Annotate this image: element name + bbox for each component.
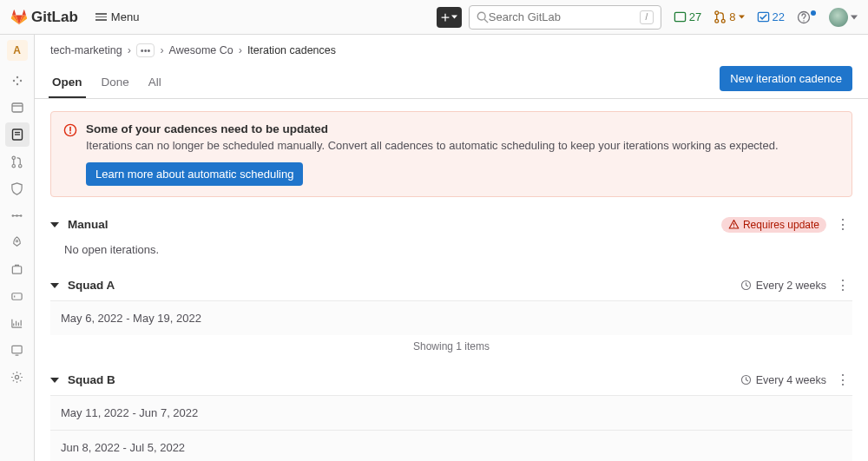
merge-request-icon [713, 10, 727, 23]
svg-rect-2 [674, 12, 685, 21]
issues-count: 27 [689, 10, 701, 23]
project-avatar[interactable]: A [7, 40, 28, 61]
package-icon [10, 263, 23, 276]
crumb-ellipsis[interactable]: ••• [136, 43, 155, 57]
repository-icon [10, 101, 24, 115]
svg-point-17 [12, 156, 15, 159]
nav-repository[interactable] [5, 95, 30, 120]
nav-wiki[interactable] [5, 338, 30, 362]
alert-cta-button[interactable]: Learn more about automatic scheduling [86, 162, 303, 186]
iteration-row[interactable]: May 6, 2022 - May 19, 2022 [50, 300, 852, 335]
svg-rect-12 [12, 103, 23, 112]
svg-point-29 [15, 375, 18, 379]
search-input[interactable] [489, 10, 640, 23]
nav-project-info[interactable] [5, 69, 30, 93]
new-dropdown[interactable] [437, 7, 462, 28]
gitlab-logo[interactable]: GitLab [10, 9, 78, 26]
warning-icon [63, 123, 77, 186]
search-icon [477, 11, 489, 23]
cadence-actions[interactable]: ⋮ [833, 277, 852, 293]
chevron-down-icon [50, 376, 61, 385]
issues-link[interactable]: 27 [668, 7, 707, 27]
menu-button[interactable]: Menu [90, 7, 145, 27]
server-icon [10, 290, 23, 303]
help-link[interactable] [792, 7, 824, 28]
gear-icon [10, 371, 23, 384]
nav-infrastructure[interactable] [5, 284, 30, 308]
svg-point-8 [12, 80, 14, 82]
nav-issues[interactable] [5, 122, 30, 147]
new-cadence-button[interactable]: New iteration cadence [720, 66, 852, 91]
iteration-row[interactable]: Jun 8, 2022 - Jul 5, 2022 [50, 430, 852, 461]
crumb-current: Iteration cadences [247, 44, 336, 56]
svg-rect-26 [12, 293, 22, 300]
svg-point-24 [16, 240, 17, 241]
alert-triangle-icon [728, 219, 740, 230]
todos-count: 22 [773, 10, 785, 23]
alert-body: Iterations can no longer be scheduled ma… [86, 139, 839, 152]
svg-point-19 [19, 164, 22, 167]
clock-icon [740, 374, 752, 385]
update-alert: Some of your cadences need to be updated… [50, 111, 852, 197]
chevron-down-icon [451, 14, 457, 20]
pipeline-icon [10, 209, 23, 222]
svg-point-4 [715, 19, 719, 23]
help-icon [797, 10, 811, 24]
svg-point-5 [722, 19, 726, 23]
tab-done[interactable]: Done [100, 67, 131, 97]
crumb-group[interactable]: Awesome Co [169, 44, 233, 56]
hamburger-icon [95, 13, 107, 21]
nav-analytics[interactable] [5, 311, 30, 335]
nav-settings[interactable] [5, 365, 30, 389]
cadence-header[interactable]: Squad A Every 2 weeks ⋮ [50, 270, 852, 300]
notification-dot [811, 10, 816, 16]
svg-rect-27 [12, 346, 22, 352]
chart-icon [10, 317, 23, 330]
requires-update-badge: Requires update [721, 217, 826, 233]
chevron-down-icon [50, 221, 61, 229]
svg-point-3 [715, 11, 719, 15]
mr-link[interactable]: 8 [708, 7, 749, 27]
iteration-row[interactable]: May 11, 2022 - Jun 7, 2022 [50, 395, 852, 430]
svg-point-34 [733, 227, 734, 227]
shield-icon [10, 182, 23, 195]
svg-point-11 [16, 83, 17, 85]
nav-merge-requests[interactable] [5, 149, 30, 174]
chevron-down-icon [50, 281, 61, 290]
nav-security[interactable] [5, 176, 30, 201]
cadence-name: Squad B [68, 373, 115, 386]
cadence-name: Manual [68, 218, 108, 231]
svg-point-9 [16, 76, 17, 78]
left-rail: A [0, 35, 35, 461]
issues-icon [674, 10, 687, 23]
search-box[interactable]: / [469, 5, 661, 30]
showing-count: Showing 1 items [50, 335, 852, 365]
todos-icon [757, 10, 770, 23]
tab-open[interactable]: Open [50, 67, 84, 97]
issue-icon [10, 128, 24, 142]
nav-deployments[interactable] [5, 230, 30, 254]
crumb-root[interactable]: tech-marketing [50, 44, 122, 56]
search-shortcut: / [640, 10, 654, 24]
brand-text: GitLab [31, 9, 78, 26]
cadence-actions[interactable]: ⋮ [833, 216, 852, 233]
info-icon [10, 74, 24, 88]
todos-link[interactable]: 22 [752, 7, 790, 27]
svg-point-18 [12, 164, 15, 167]
cadence-header[interactable]: Manual Requires update ⋮ [50, 209, 852, 240]
tab-all[interactable]: All [147, 67, 163, 97]
cadence-header[interactable]: Squad B Every 4 weeks ⋮ [50, 365, 852, 395]
user-menu[interactable] [825, 8, 858, 27]
avatar [829, 8, 848, 27]
mr-count: 8 [729, 10, 735, 23]
svg-line-1 [484, 19, 488, 23]
svg-point-32 [69, 132, 71, 134]
nav-cicd[interactable] [5, 203, 30, 227]
breadcrumb: tech-marketing › ••• › Awesome Co › Iter… [35, 35, 868, 66]
nav-packages[interactable] [5, 257, 30, 281]
cadence-actions[interactable]: ⋮ [833, 372, 852, 388]
monitor-icon [10, 344, 23, 357]
merge-icon [10, 155, 23, 168]
cadence-name: Squad A [68, 279, 115, 292]
rocket-icon [10, 236, 23, 249]
